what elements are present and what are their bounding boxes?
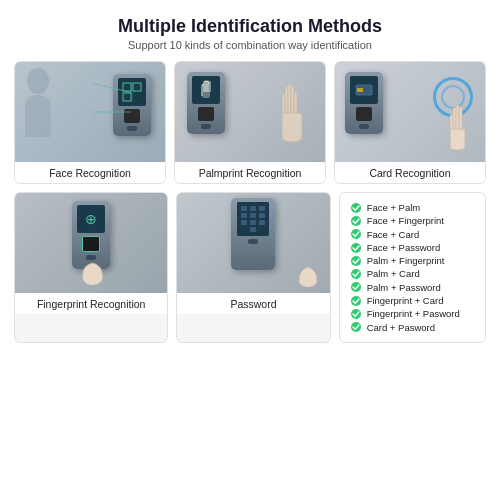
- card-hand-icon: [435, 92, 480, 152]
- svg-rect-21: [259, 213, 265, 218]
- combo-list: Face + Palm Face + Fingerprint Face + Ca…: [339, 192, 486, 343]
- check-icon: [350, 228, 362, 240]
- svg-rect-25: [250, 227, 256, 232]
- svg-line-6: [92, 83, 131, 93]
- fingerprint-recognition-label: Fingerprint Recognition: [15, 293, 167, 314]
- combo-item: Palm + Password: [350, 281, 475, 294]
- face-recognition-label: Face Recognition: [15, 162, 165, 183]
- combo-text: Palm + Fingerprint: [367, 254, 445, 267]
- face-scene: [15, 62, 165, 162]
- page-subtitle: Support 10 kinds of combination way iden…: [118, 39, 382, 51]
- combo-item: Palm + Fingerprint: [350, 254, 475, 267]
- combo-text: Card + Pasword: [367, 321, 435, 334]
- check-icon: [350, 202, 362, 214]
- device-fp-sensor2: [198, 107, 214, 121]
- combo-text: Face + Palm: [367, 201, 421, 214]
- device-btn2: [201, 124, 211, 129]
- svg-rect-11: [357, 88, 363, 92]
- combo-item: Face + Palm: [350, 201, 475, 214]
- svg-rect-24: [259, 220, 265, 225]
- device-btn3: [359, 124, 369, 129]
- card-fingerprint-recognition: ⊕ Fingerprint Recognition: [14, 192, 168, 343]
- card-face-recognition: Face Recognition: [14, 61, 166, 184]
- combo-text: Palm + Card: [367, 267, 420, 280]
- card-recognition-label: Card Recognition: [335, 162, 485, 183]
- combo-text: Face + Card: [367, 228, 420, 241]
- card-password: Password: [176, 192, 330, 343]
- device-btn5: [248, 239, 258, 244]
- top-row: Face Recognition: [14, 61, 486, 184]
- combo-text: Face + Password: [367, 241, 441, 254]
- svg-rect-22: [241, 220, 247, 225]
- combo-text: Palm + Password: [367, 281, 441, 294]
- combo-item: Card + Pasword: [350, 321, 475, 334]
- device-fp-sensor3: [356, 107, 372, 121]
- bottom-row: ⊕ Fingerprint Recognition: [14, 192, 486, 343]
- svg-rect-16: [241, 206, 247, 211]
- finger-icon: [78, 255, 108, 285]
- combo-item: Fingerprint + Card: [350, 294, 475, 307]
- card-scene: [335, 62, 485, 162]
- combo-text: Fingerprint + Card: [367, 294, 444, 307]
- check-icon: [350, 255, 362, 267]
- check-icon: [350, 215, 362, 227]
- svg-rect-20: [250, 213, 256, 218]
- active-fp-sensor: [82, 236, 100, 252]
- keypad-icon: [237, 202, 269, 236]
- scan-beam-icon: [15, 62, 165, 162]
- palm-screen-icon: [194, 78, 218, 102]
- card-palmprint-recognition: Palmprint Recognition: [174, 61, 326, 184]
- combo-item: Face + Card: [350, 228, 475, 241]
- check-icon: [350, 295, 362, 307]
- check-icon: [350, 281, 362, 293]
- combo-item: Palm + Card: [350, 267, 475, 280]
- combo-item: Face + Fingerprint: [350, 214, 475, 227]
- combo-text: Face + Fingerprint: [367, 214, 444, 227]
- svg-rect-23: [250, 220, 256, 225]
- device-card: [345, 72, 383, 134]
- hand-icon: [267, 67, 317, 147]
- card-card-recognition: Card Recognition: [334, 61, 486, 184]
- device-palm: [187, 72, 225, 134]
- password-label: Password: [177, 293, 329, 314]
- svg-text:⊕: ⊕: [85, 211, 97, 227]
- typing-finger-icon: [294, 255, 322, 287]
- fp-screen-icon: ⊕: [79, 207, 103, 231]
- combo-item: Face + Password: [350, 241, 475, 254]
- page: Multiple Identification Methods Support …: [0, 0, 500, 500]
- check-icon: [350, 321, 362, 333]
- password-scene: [177, 193, 329, 293]
- card-screen-icon: [352, 78, 376, 102]
- svg-rect-18: [259, 206, 265, 211]
- palmprint-recognition-label: Palmprint Recognition: [175, 162, 325, 183]
- check-icon: [350, 268, 362, 280]
- check-icon: [350, 242, 362, 254]
- combo-text: Fingerprint + Pasword: [367, 307, 460, 320]
- svg-rect-17: [250, 206, 256, 211]
- palm-scene: [175, 62, 325, 162]
- header: Multiple Identification Methods Support …: [118, 16, 382, 51]
- svg-rect-19: [241, 213, 247, 218]
- device-password: [231, 198, 275, 270]
- check-icon: [350, 308, 362, 320]
- fingerprint-scene: ⊕: [15, 193, 167, 293]
- page-title: Multiple Identification Methods: [118, 16, 382, 37]
- combo-item: Fingerprint + Pasword: [350, 307, 475, 320]
